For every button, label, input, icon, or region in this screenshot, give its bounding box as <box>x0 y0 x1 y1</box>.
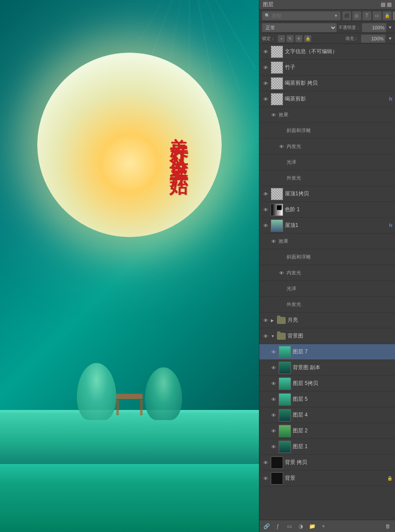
layer-visibility-icon[interactable] <box>278 301 285 308</box>
layer-item[interactable]: 👁效果 <box>259 107 395 123</box>
layer-thumbnail <box>271 219 283 232</box>
adjustment-filter-icon[interactable]: ◎ <box>352 11 361 20</box>
lock-move-icon[interactable]: ✛ <box>295 35 302 42</box>
fill-dropdown[interactable]: ▼ <box>388 36 392 41</box>
new-group-button[interactable]: 📁 <box>308 522 316 531</box>
delete-layer-button[interactable]: 🗑 <box>384 522 392 531</box>
layer-thumbnail <box>271 204 283 216</box>
layer-visibility-icon[interactable]: 👁 <box>262 64 269 71</box>
smart-filter-icon[interactable]: 🔒 <box>383 11 391 20</box>
layer-name: 背景图 副本 <box>293 364 392 371</box>
add-style-button[interactable]: ƒ <box>273 522 282 531</box>
layer-item[interactable]: 👁屋顶1拷贝 <box>259 186 395 202</box>
layer-visibility-icon[interactable] <box>278 159 285 166</box>
add-mask-button[interactable]: ▭ <box>285 522 294 531</box>
pixel-filter-icon[interactable]: ⬛ <box>342 11 351 20</box>
layer-name: 图层 5拷贝 <box>293 380 392 387</box>
layer-visibility-icon[interactable]: 👁 <box>262 96 269 103</box>
text-filter-icon[interactable]: T <box>363 11 371 20</box>
new-adjustment-button[interactable]: ◑ <box>296 522 305 531</box>
layer-visibility-icon[interactable] <box>278 285 285 292</box>
layer-item[interactable]: 👁图层 2 <box>259 423 395 439</box>
layer-item[interactable]: 👁竹子 <box>259 60 395 75</box>
layer-name: 色阶 1 <box>285 206 392 213</box>
layer-visibility-icon[interactable]: 👁 <box>270 238 277 245</box>
layer-item[interactable]: 👁▶月亮 <box>259 313 395 328</box>
layer-item[interactable]: 👁背景🔒 <box>259 471 395 486</box>
layer-visibility-icon[interactable]: 👁 <box>270 111 277 119</box>
fill-input[interactable] <box>361 35 385 43</box>
layer-item[interactable]: 👁喝茶剪影fx <box>259 91 395 107</box>
blend-mode-select[interactable]: 正常 <box>262 23 337 32</box>
layer-item[interactable]: 👁图层 5 <box>259 392 395 407</box>
layer-sub-name: 光泽 <box>287 285 296 292</box>
figure-right <box>145 367 182 420</box>
layer-visibility-icon[interactable] <box>278 175 285 182</box>
layer-visibility-icon[interactable]: 👁 <box>278 270 285 277</box>
tea-table-top <box>116 394 143 399</box>
layer-item[interactable]: 👁▼背景图 <box>259 328 395 344</box>
layer-visibility-icon[interactable]: 👁 <box>262 333 269 340</box>
search-dropdown-arrow[interactable]: ▼ <box>334 14 338 18</box>
layer-item[interactable]: 👁效果 <box>259 234 395 249</box>
link-layers-button[interactable]: 🔗 <box>262 522 271 531</box>
layer-item[interactable]: 👁图层 5拷贝 <box>259 376 395 392</box>
layer-visibility-icon[interactable]: 👁 <box>270 349 277 356</box>
opacity-input[interactable] <box>362 23 386 32</box>
layer-thumbnail <box>271 46 283 58</box>
layer-item[interactable]: 👁背景 拷贝 <box>259 455 395 471</box>
panel-close-icon[interactable] <box>387 3 391 7</box>
layer-item[interactable]: 👁文字信息（不可编辑） <box>259 44 395 60</box>
layer-visibility-icon[interactable]: 👁 <box>262 48 269 55</box>
new-layer-button[interactable]: + <box>319 522 328 531</box>
layer-visibility-icon[interactable]: 👁 <box>270 443 277 450</box>
layer-visibility-icon[interactable]: 👁 <box>262 317 269 324</box>
search-icon: 🔍 <box>265 13 270 18</box>
layer-item[interactable]: 外发光 <box>259 170 395 186</box>
layer-item[interactable]: 👁图层 7 <box>259 344 395 360</box>
layer-visibility-icon[interactable]: 👁 <box>270 428 277 435</box>
layer-thumbnail <box>271 457 283 469</box>
layer-name: 背景图 <box>287 332 392 340</box>
layer-item[interactable]: 斜面和浮雕 <box>259 249 395 265</box>
lock-all-icon[interactable]: 🔒 <box>304 35 311 42</box>
shape-filter-icon[interactable]: ▭ <box>373 11 381 20</box>
layer-item[interactable]: 👁内发光 <box>259 265 395 281</box>
layer-item[interactable]: 光泽 <box>259 155 395 170</box>
lock-pixels-icon[interactable]: ▪ <box>278 35 285 42</box>
layer-visibility-icon[interactable] <box>278 127 285 134</box>
layer-thumbnail <box>271 93 283 105</box>
layer-item[interactable]: 光泽 <box>259 281 395 297</box>
layer-visibility-icon[interactable]: 👁 <box>262 475 269 482</box>
layer-name: 图层 7 <box>293 348 392 356</box>
layer-sub-name: 内发光 <box>287 270 301 276</box>
canvas-area: 美好从这里开始 <box>0 0 259 532</box>
layer-visibility-icon[interactable]: 👁 <box>270 396 277 403</box>
layer-visibility-icon[interactable]: 👁 <box>262 191 269 198</box>
layer-collapse-arrow[interactable]: ▶ <box>271 318 275 323</box>
opacity-dropdown[interactable]: ▼ <box>388 25 392 30</box>
panel-menu-icon[interactable] <box>381 3 385 7</box>
search-input[interactable] <box>272 13 332 18</box>
lock-position-icon[interactable]: ✎ <box>287 35 294 42</box>
layer-visibility-icon[interactable]: 👁 <box>270 412 277 419</box>
layer-visibility-icon[interactable]: 👁 <box>278 143 285 150</box>
layer-visibility-icon[interactable]: 👁 <box>270 380 277 387</box>
layer-item[interactable]: 👁图层 4 <box>259 407 395 423</box>
layer-visibility-icon[interactable]: 👁 <box>262 206 269 213</box>
layer-item[interactable]: 👁色阶 1 <box>259 202 395 218</box>
layer-visibility-icon[interactable]: 👁 <box>270 364 277 371</box>
layer-item[interactable]: 👁喝茶剪影 拷贝 <box>259 75 395 91</box>
layer-item[interactable]: 斜面和浮雕 <box>259 123 395 139</box>
filter-toggle[interactable]: ● <box>393 11 395 20</box>
layer-collapse-arrow[interactable]: ▼ <box>271 334 275 338</box>
layer-item[interactable]: 👁图层 1 <box>259 439 395 455</box>
layer-item[interactable]: 👁内发光 <box>259 139 395 155</box>
layer-item[interactable]: 👁背景图 副本 <box>259 360 395 376</box>
layer-visibility-icon[interactable] <box>278 254 285 261</box>
layer-visibility-icon[interactable]: 👁 <box>262 222 269 229</box>
layer-visibility-icon[interactable]: 👁 <box>262 459 269 466</box>
layer-visibility-icon[interactable]: 👁 <box>262 80 269 87</box>
layer-item[interactable]: 👁屋顶1fx <box>259 218 395 234</box>
layer-item[interactable]: 外发光 <box>259 297 395 313</box>
